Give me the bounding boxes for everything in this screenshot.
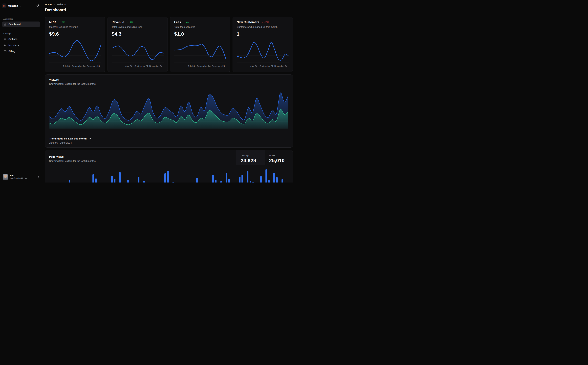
x-axis-ticks: July 24September 24December 24	[49, 65, 101, 68]
visitors-trend-line: Trending up by 5.2% this month	[49, 137, 91, 140]
dashboard-icon	[4, 23, 7, 26]
axis-tick-label: December 24	[87, 65, 100, 67]
bar	[111, 176, 113, 182]
sidebar-item-label: Billing	[8, 50, 15, 53]
revenue-sparkline-chart	[112, 38, 164, 64]
axis-tick-label: July 24	[188, 65, 195, 67]
metric-subtitle: Monthly recurring revenue	[49, 26, 101, 28]
metric-card-fees: Fees ↑9% Total fees collected $1.0 July …	[170, 17, 230, 72]
pageviews-bar-chart	[49, 166, 289, 182]
bar	[242, 175, 243, 182]
metric-subtitle: Customers who signed up this month	[237, 26, 289, 28]
page-views-title: Page Views	[49, 155, 96, 158]
metric-title: New Customers	[237, 21, 259, 24]
page-views-subtitle: Showing total visitors for the last 3 mo…	[49, 160, 96, 162]
mobile-toggle-button[interactable]: Mobile 25,010	[265, 150, 293, 165]
axis-tick-label: September 24	[260, 65, 273, 67]
axis-tick-label: September 24	[197, 65, 211, 67]
x-axis-ticks: July 24September 24December 24	[237, 65, 289, 68]
bar	[276, 177, 278, 182]
axis-tick-label: September 24	[134, 65, 148, 67]
bell-icon	[36, 4, 39, 7]
visitors-card: Visitors Showing total visitors for the …	[45, 74, 293, 147]
user-menu[interactable]: test test@makerkit.dev	[2, 174, 40, 181]
bar	[239, 177, 241, 182]
bar	[260, 176, 262, 182]
desktop-toggle-button[interactable]: Desktop 24,828	[236, 150, 265, 165]
axis-tick-label: July 24	[250, 65, 257, 67]
bar	[252, 182, 254, 182]
sidebar-item-dashboard[interactable]: Dashboard	[2, 21, 40, 27]
revenue-line	[112, 46, 164, 60]
bar	[138, 177, 139, 182]
breadcrumb: Home Makerkit	[45, 3, 293, 6]
metric-card-mrr: MRR ↑20% Monthly recurring revenue $9.6 …	[45, 17, 105, 72]
sidebar-item-members[interactable]: Members	[2, 42, 40, 48]
page-views-header: Page Views Showing total visitors for th…	[45, 150, 293, 165]
workspace-selector[interactable]: m Makerkit	[2, 3, 35, 8]
sidebar-section-label: Application	[3, 18, 39, 20]
mrr-line	[49, 41, 101, 61]
sidebar-item-label: Dashboard	[8, 23, 21, 26]
bar	[69, 180, 70, 182]
visitors-subtitle: Showing total visitors for the last 6 mo…	[49, 82, 289, 85]
bar	[228, 179, 230, 182]
metric-title: MRR	[49, 21, 56, 24]
sidebar-header: m Makerkit	[2, 2, 40, 9]
axis-tick-label: July 24	[125, 65, 132, 67]
metric-value: 1	[237, 31, 289, 37]
metric-title: Fees	[174, 21, 181, 24]
bar	[114, 179, 115, 182]
users-icon	[4, 44, 7, 47]
metric-value: $9.6	[49, 31, 101, 37]
visitors-area-chart	[49, 90, 288, 129]
trending-up-icon	[88, 137, 91, 140]
gear-icon	[4, 38, 7, 40]
bar	[127, 180, 129, 182]
page-title: Dashboard	[45, 8, 293, 12]
sidebar: m Makerkit Application Dashboard Setting…	[0, 0, 42, 182]
chevron-right-icon	[53, 3, 55, 6]
new-customers-sparkline-chart	[237, 38, 289, 64]
new-customers-line	[237, 42, 289, 60]
page-views-toggle: Desktop 24,828 Mobile 25,010	[236, 150, 293, 165]
user-email: test@makerkit.dev	[10, 177, 27, 180]
notifications-button[interactable]	[35, 3, 40, 8]
chevrons-up-down-icon	[37, 176, 40, 178]
workspace-name: Makerkit	[8, 4, 18, 7]
bar	[247, 171, 249, 182]
bar	[268, 180, 270, 182]
page-views-card: Page Views Showing total visitors for th…	[45, 150, 293, 182]
bar	[265, 169, 267, 182]
bar	[196, 178, 198, 182]
visitors-date-range: January - June 2024	[49, 141, 91, 144]
sidebar-item-settings[interactable]: Settings	[2, 36, 40, 42]
mrr-sparkline-chart	[49, 38, 101, 64]
trend-arrow-icon: ↓	[262, 21, 263, 24]
stat-value: 25,010	[269, 158, 293, 163]
x-axis-ticks: July 24September 24December 24	[174, 65, 226, 68]
bar	[164, 173, 166, 182]
axis-tick-label: September 24	[72, 65, 85, 67]
bar	[95, 179, 97, 182]
trend-arrow-icon: ↑	[59, 21, 60, 24]
breadcrumb-home-link[interactable]: Home	[45, 3, 52, 6]
metric-subtitle: Total fees collected	[174, 26, 226, 28]
trend-badge: ↓-25%	[262, 21, 269, 24]
bar	[249, 181, 251, 182]
metric-value: $4.3	[112, 31, 164, 37]
avatar	[3, 174, 8, 180]
bar	[282, 179, 283, 182]
bar	[167, 171, 169, 182]
bar	[215, 180, 216, 182]
sidebar-item-billing[interactable]: Billing	[2, 49, 40, 54]
breadcrumb-current: Makerkit	[57, 3, 66, 6]
sidebar-item-label: Settings	[8, 38, 17, 40]
stat-label: Mobile	[269, 154, 293, 157]
chevrons-up-down-icon	[20, 5, 22, 7]
fees-sparkline-chart	[174, 38, 226, 64]
trend-badge: ↑12%	[127, 21, 133, 24]
trend-badge: ↑9%	[184, 21, 189, 24]
app-window: m Makerkit Application Dashboard Setting…	[0, 0, 294, 182]
bar	[226, 173, 227, 182]
